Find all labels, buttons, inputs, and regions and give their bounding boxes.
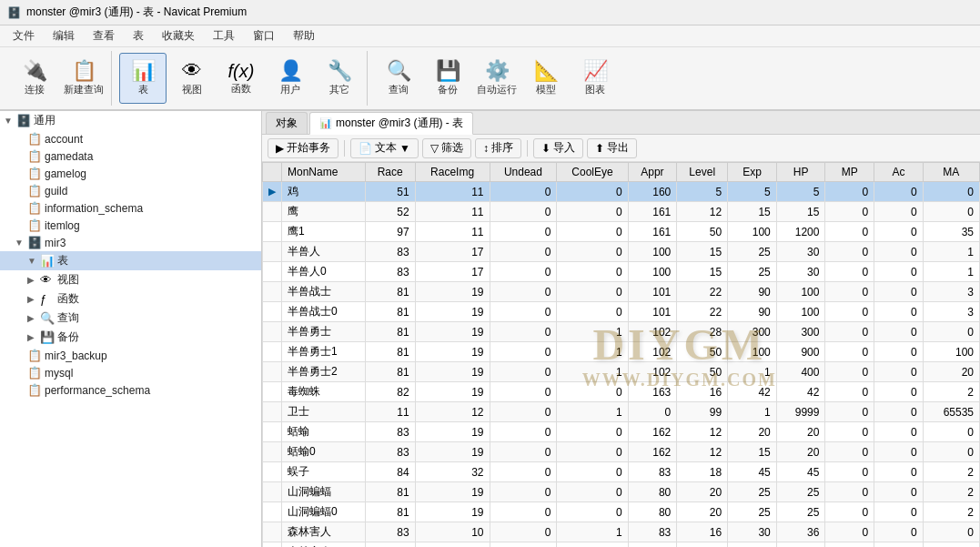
cell-MA: 65535 <box>923 402 979 422</box>
table-row[interactable]: 半兽勇士18119011025010090000100 <box>263 342 980 362</box>
cell-RaceImg: 19 <box>415 382 490 402</box>
tree-label-itemlog: itemlog <box>45 219 80 232</box>
filter-button[interactable]: ▽ 筛选 <box>422 138 471 158</box>
tree-item-tongyong[interactable]: ▼🗄️通用 <box>0 111 261 130</box>
col-header-HP: HP <box>776 163 825 182</box>
tree-arrow-mir3: ▼ <box>15 238 27 248</box>
table-row[interactable]: 卫士111201099199990065535 <box>263 402 980 422</box>
tree-item-mir3-backup[interactable]: ▶💾备份 <box>0 328 261 347</box>
table-row[interactable]: 半兽勇士28119011025014000020 <box>263 362 980 382</box>
tree-item-itemlog[interactable]: 📋itemlog <box>0 217 261 234</box>
tab-table-view[interactable]: 📊 monster @mir3 (通用) - 表 <box>309 112 473 135</box>
tree-item-mir3-table[interactable]: ▼📊表 <box>0 251 261 270</box>
tree-item-account[interactable]: 📋account <box>0 130 261 147</box>
export-button[interactable]: ⬆ 导出 <box>587 138 637 158</box>
table-row[interactable]: 鹰521100161121515000 <box>263 202 980 222</box>
menu-item-查看[interactable]: 查看 <box>84 26 124 46</box>
table-row[interactable]: 蜈子84320083184545002 <box>263 462 980 482</box>
cell-Exp: 1 <box>728 362 777 382</box>
tree-item-mir3_backup[interactable]: 📋mir3_backup <box>0 347 261 364</box>
begin-transaction-label: 开始事务 <box>287 140 330 156</box>
table-row[interactable]: 森林害人09310000000000 <box>263 542 980 548</box>
function-button[interactable]: f(x) 函数 <box>217 53 265 104</box>
tree-item-gamedata[interactable]: 📋gamedata <box>0 147 261 165</box>
menu-item-窗口[interactable]: 窗口 <box>244 26 284 46</box>
cell-indicator <box>263 522 282 542</box>
cell-MP: 0 <box>825 222 874 242</box>
table-row[interactable]: 蛞蝓831900162122020000 <box>263 422 980 442</box>
cell-Undead: 0 <box>490 202 557 222</box>
user-button[interactable]: 👤 用户 <box>267 53 314 104</box>
tree-item-performance_schema[interactable]: 📋performance_schema <box>0 381 261 399</box>
model-button[interactable]: 📐 模型 <box>522 53 570 104</box>
table-row[interactable]: 半兽战士08119001012290100003 <box>263 302 980 322</box>
begin-transaction-button[interactable]: ▶ 开始事务 <box>268 138 338 158</box>
view-label: 视图 <box>182 83 202 96</box>
tree-icon-mir3-view: 👁 <box>40 273 55 287</box>
tree-item-mir3-func[interactable]: ▶ƒ函数 <box>0 289 261 309</box>
import-button[interactable]: ⬇ 导入 <box>533 138 583 158</box>
view-button[interactable]: 👁 视图 <box>168 53 216 104</box>
new-query-button[interactable]: 📋 新建查询 <box>60 53 107 104</box>
cell-Level: 15 <box>677 262 728 282</box>
table-row[interactable]: 山洞蝙蝠81190080202525002 <box>263 482 980 502</box>
cell-Level: 99 <box>677 402 728 422</box>
table-row[interactable]: 半兽勇士81190110228300300000 <box>263 322 980 342</box>
col-header-Appr: Appr <box>628 163 677 182</box>
text-button[interactable]: 📄 文本 ▼ <box>350 138 419 158</box>
sort-button[interactable]: ↕ 排序 <box>475 138 521 158</box>
table-row[interactable]: 半兽人831700100152530001 <box>263 242 980 262</box>
cell-Race: 81 <box>365 322 415 342</box>
other-button[interactable]: 🔧 其它 <box>316 53 363 104</box>
tree-item-mir3-view[interactable]: ▶👁视图 <box>0 270 261 289</box>
tree-item-mir3[interactable]: ▼🗄️mir3 <box>0 234 261 251</box>
cell-MP: 0 <box>825 302 874 322</box>
autorun-button[interactable]: ⚙️ 自动运行 <box>473 53 520 104</box>
menu-item-收藏夹[interactable]: 收藏夹 <box>153 26 204 46</box>
table-row[interactable]: 蛞蝓0831900162121520000 <box>263 442 980 462</box>
tree-item-gamelog[interactable]: 📋gamelog <box>0 165 261 182</box>
menu-item-文件[interactable]: 文件 <box>4 26 44 46</box>
menu-item-帮助[interactable]: 帮助 <box>284 26 324 46</box>
connect-button[interactable]: 🔌 连接 <box>11 53 58 104</box>
table-row[interactable]: 半兽战士8119001012290100003 <box>263 282 980 302</box>
data-table-area[interactable]: MonNameRaceRaceImgUndeadCoolEyeApprLevel… <box>262 162 980 547</box>
tree-item-guild[interactable]: 📋guild <box>0 182 261 199</box>
cell-Ac: 0 <box>874 322 924 342</box>
tab-objects[interactable]: 对象 <box>266 112 308 134</box>
table-row[interactable]: ▶鸡511100160555000 <box>263 182 980 202</box>
tree-label-mir3: mir3 <box>45 237 66 249</box>
cell-CoolEye: 1 <box>557 362 628 382</box>
query-button[interactable]: 🔍 查询 <box>375 53 422 104</box>
table-row[interactable]: 山洞蝙蝠081190080202525002 <box>263 502 980 522</box>
tree-item-mysql[interactable]: 📋mysql <box>0 364 261 381</box>
table-row[interactable]: 鹰19711001615010012000035 <box>263 222 980 242</box>
cell-MonName: 半兽战士0 <box>282 302 366 322</box>
tree-icon-itemlog: 📋 <box>27 218 42 232</box>
cell-MP: 0 <box>825 202 874 222</box>
table-row[interactable]: 毒蜘蛛821900163164242002 <box>263 382 980 402</box>
cell-Exp: 90 <box>728 302 777 322</box>
other-label: 其它 <box>329 83 349 96</box>
chart-button[interactable]: 📈 图表 <box>571 53 619 104</box>
table-row[interactable]: 森林害人83100183163036000 <box>263 522 980 542</box>
cell-Ac: 0 <box>874 442 924 462</box>
tree-item-information_schema[interactable]: 📋information_schema <box>0 199 261 217</box>
tree-item-mir3-query[interactable]: ▶🔍查询 <box>0 309 261 328</box>
cell-MP: 0 <box>825 382 874 402</box>
table-row[interactable]: 半兽人0831700100152530001 <box>263 262 980 282</box>
cell-Undead: 0 <box>490 522 557 542</box>
cell-CoolEye: 0 <box>557 262 628 282</box>
cell-RaceImg: 10 <box>415 542 490 548</box>
menu-item-表[interactable]: 表 <box>124 26 153 46</box>
menu-item-工具[interactable]: 工具 <box>204 26 244 46</box>
cell-Undead: 0 <box>490 462 557 482</box>
cell-Appr: 80 <box>628 482 677 502</box>
cell-RaceImg: 19 <box>415 322 490 342</box>
menu-item-编辑[interactable]: 编辑 <box>44 26 84 46</box>
tree-arrow-mir3-view: ▶ <box>27 275 40 285</box>
cell-indicator <box>263 422 282 442</box>
table-button[interactable]: 📊 表 <box>119 53 167 104</box>
cell-Ac: 0 <box>874 242 924 262</box>
backup-button[interactable]: 💾 备份 <box>424 53 471 104</box>
